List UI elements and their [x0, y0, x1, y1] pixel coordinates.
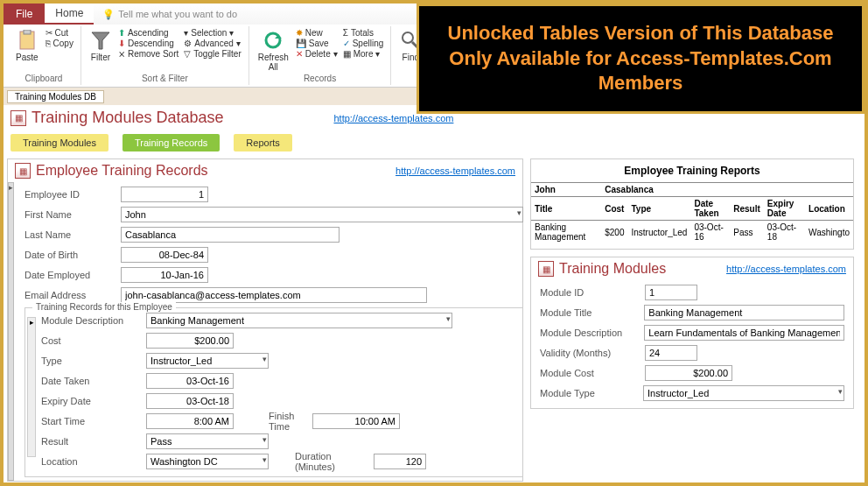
date-taken-input[interactable] [146, 373, 234, 389]
last-name-input[interactable] [121, 227, 340, 243]
header-link[interactable]: http://access-templates.com [333, 113, 453, 123]
toggle-filter-icon: ▽ [184, 49, 191, 59]
save-icon: 💾 [296, 39, 306, 48]
modules-title: Training Modules [559, 261, 666, 277]
remove-sort-icon: ⨯ [118, 49, 125, 59]
new-button[interactable]: ✸New [296, 28, 338, 38]
selection-icon: ▾ [184, 28, 188, 38]
nav-training-records[interactable]: Training Records [122, 134, 220, 151]
filter-button[interactable]: Filter [88, 28, 113, 64]
record-selector[interactable]: ▸ [8, 182, 14, 481]
more-icon: ▦ [343, 49, 351, 59]
selection-button[interactable]: ▾Selection▾ [184, 28, 241, 38]
paste-button[interactable]: Paste [14, 28, 40, 64]
modules-link[interactable]: http://access-templates.com [726, 264, 846, 274]
report-h-title: Title [531, 197, 601, 221]
ascending-button[interactable]: ⬆Ascending [118, 28, 178, 38]
cut-button[interactable]: ✂Cut [46, 28, 74, 38]
duration-label: Duration (Minutes) [269, 451, 374, 472]
dob-input[interactable] [121, 247, 208, 263]
db-tab[interactable]: Training Modules DB [7, 90, 104, 103]
start-time-input[interactable] [146, 413, 234, 429]
section-link[interactable]: http://access-templates.com [396, 166, 515, 176]
svg-marker-2 [92, 32, 109, 49]
mod-type-label: Module Type [540, 388, 643, 398]
file-tab[interactable]: File [4, 4, 45, 25]
clipboard-group-label: Clipboard [14, 74, 74, 83]
delete-button[interactable]: ✕Delete▾ [296, 49, 338, 59]
first-name-label: First Name [24, 209, 121, 220]
paste-label: Paste [16, 53, 38, 62]
mod-title-input[interactable] [644, 305, 844, 320]
clipboard-icon [17, 30, 38, 51]
cost-label: Cost [41, 335, 146, 346]
report-table: JohnCasablanca Title Cost Type Date Take… [531, 183, 853, 243]
tell-me-text: Tell me what you want to do [118, 9, 237, 19]
mod-type-input[interactable] [643, 385, 844, 401]
promo-banner: Unlocked Tables Version of This Database… [416, 4, 864, 114]
report-h-taken: Date Taken [690, 197, 730, 221]
mod-desc-label: Module Description [540, 328, 644, 338]
nav-training-modules[interactable]: Training Modules [10, 134, 108, 151]
section-icon: ▦ [15, 163, 31, 179]
cut-icon: ✂ [46, 28, 52, 38]
svg-rect-1 [24, 30, 31, 34]
spelling-button[interactable]: ✓Spelling [343, 39, 384, 48]
home-tab[interactable]: Home [45, 4, 94, 25]
report-h-expiry: Expiry Date [764, 197, 805, 221]
report-h-result: Result [730, 197, 764, 221]
report-row: Banking Management $200 Instructor_Led 0… [531, 221, 853, 244]
save-button[interactable]: 💾Save [296, 39, 338, 48]
email-label: Email Address [24, 290, 121, 300]
subform-record-selector[interactable]: ▸ [27, 317, 36, 457]
nav-reports[interactable]: Reports [234, 134, 292, 151]
form-icon: ▦ [10, 110, 26, 126]
descending-button[interactable]: ⬇Descending [118, 39, 178, 48]
section-title: Employee Training Records [36, 163, 208, 179]
totals-icon: Σ [343, 28, 348, 38]
fieldset-legend: Training Records for this Employee [32, 302, 176, 312]
last-name-label: Last Name [24, 229, 121, 240]
start-time-label: Start Time [41, 416, 146, 426]
refresh-icon [262, 30, 284, 51]
records-group-label: Records [256, 74, 384, 83]
type-input[interactable] [146, 353, 269, 369]
mod-title-label: Module Title [540, 307, 644, 318]
modules-icon: ▦ [538, 261, 554, 277]
toggle-filter-button[interactable]: ▽Toggle Filter [184, 49, 241, 59]
expiry-input[interactable] [146, 393, 234, 409]
location-input[interactable] [146, 454, 269, 469]
cost-input[interactable] [146, 333, 234, 349]
remove-sort-button[interactable]: ⨯Remove Sort [118, 49, 178, 59]
first-name-input[interactable] [121, 207, 523, 222]
mod-id-input[interactable] [645, 285, 697, 300]
svg-point-5 [402, 32, 413, 43]
dob-label: Date of Birth [24, 250, 121, 260]
advanced-button[interactable]: ⚙Advanced▾ [184, 39, 241, 48]
copy-icon: ⎘ [46, 39, 51, 48]
mod-desc-input[interactable] [644, 325, 844, 341]
svg-marker-4 [275, 35, 282, 39]
duration-input[interactable] [374, 454, 426, 469]
advanced-icon: ⚙ [184, 39, 192, 48]
result-input[interactable] [146, 433, 269, 449]
report-h-type: Type [627, 197, 690, 221]
more-button[interactable]: ▦More▾ [343, 49, 384, 59]
email-input[interactable] [121, 287, 427, 303]
bulb-icon: 💡 [102, 9, 115, 20]
mod-cost-input[interactable] [645, 365, 732, 381]
delete-icon: ✕ [296, 49, 303, 59]
refresh-all-button[interactable]: Refresh All [256, 28, 290, 74]
emp-date-input[interactable] [121, 267, 208, 283]
report-h-location: Location [805, 197, 853, 221]
finish-time-input[interactable] [312, 413, 400, 429]
mod-validity-input[interactable] [645, 345, 697, 361]
sort-desc-icon: ⬇ [118, 39, 125, 48]
totals-button[interactable]: ΣTotals [343, 28, 384, 38]
copy-button[interactable]: ⎘Copy [46, 39, 74, 48]
module-desc-input[interactable] [146, 313, 452, 328]
location-label: Location [41, 456, 146, 467]
emp-id-input[interactable] [121, 187, 208, 202]
emp-id-label: Employee ID [24, 189, 121, 200]
tell-me-box[interactable]: 💡 Tell me what you want to do [94, 5, 246, 24]
